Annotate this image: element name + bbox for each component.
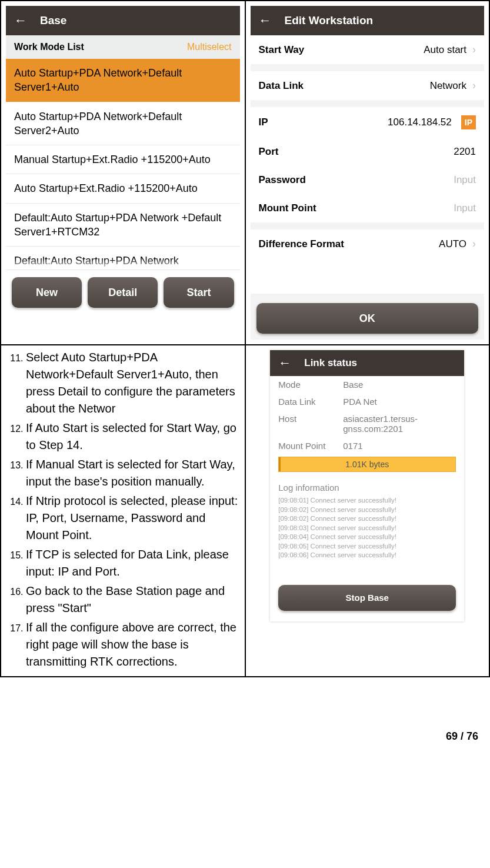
mode-item[interactable]: Default:Auto Startup+PDA Network +Defaul…	[6, 204, 240, 247]
progress-bar: 1.01K bytes	[278, 457, 456, 472]
multiselect-link[interactable]: Multiselect	[187, 42, 232, 52]
password-row[interactable]: Password Input	[251, 166, 485, 194]
detail-button[interactable]: Detail	[88, 277, 158, 308]
back-arrow-icon[interactable]: ←	[14, 13, 27, 28]
difference-format-row[interactable]: Difference Format AUTO›	[251, 230, 485, 258]
chevron-right-icon: ›	[472, 44, 476, 56]
ip-row[interactable]: IP 106.14.184.52 IP	[251, 107, 485, 138]
mode-item[interactable]: Default:Auto Startup+PDA Network	[6, 247, 240, 270]
instruction-item: If Auto Start is selected for Start Way,…	[26, 420, 241, 454]
link-status-title: Link status	[304, 357, 357, 369]
chevron-right-icon: ›	[472, 238, 476, 250]
instruction-item: Go back to the Base Station page and pre…	[26, 583, 241, 617]
new-button[interactable]: New	[12, 277, 82, 308]
mode-item[interactable]: Auto Startup+Ext.Radio +115200+Auto	[6, 174, 240, 203]
mount-point-row[interactable]: Mount Point Input	[251, 194, 485, 222]
kv-mount-point: Mount Point0171	[270, 437, 464, 454]
work-mode-subheader: Work Mode List Multiselect	[6, 35, 240, 59]
data-link-row[interactable]: Data Link Network›	[251, 71, 485, 100]
instruction-item: Select Auto Startup+PDA Network+Default …	[26, 349, 241, 417]
log-lines: [09:08:01] Connect server successfully! …	[270, 496, 464, 567]
ip-badge[interactable]: IP	[461, 115, 476, 129]
instruction-item: If TCP is selected for Data Link, please…	[26, 546, 241, 580]
kv-host: Hostasiacaster1.tersus-gnss.com:2201	[270, 410, 464, 437]
instructions-cell: Select Auto Startup+PDA Network+Default …	[1, 345, 245, 677]
port-row[interactable]: Port 2201	[251, 138, 485, 166]
base-button-row: New Detail Start	[6, 270, 240, 314]
link-status-header: ← Link status	[270, 350, 464, 376]
work-mode-list-label: Work Mode List	[14, 42, 84, 52]
edit-header-title: Edit Workstation	[285, 14, 374, 27]
base-screen-cell: ← Base Work Mode List Multiselect Auto S…	[1, 1, 245, 345]
kv-mode: ModeBase	[270, 376, 464, 393]
log-information-label: Log information	[270, 477, 464, 496]
mode-item[interactable]: Auto Startup+PDA Network+Default Server1…	[6, 59, 240, 102]
mode-item[interactable]: Manual Startup+Ext.Radio +115200+Auto	[6, 145, 240, 174]
link-status-cell: ← Link status ModeBase Data LinkPDA Net …	[245, 345, 490, 677]
instruction-item: If all the configure above are correct, …	[26, 619, 241, 670]
mode-item[interactable]: Auto Startup+PDA Network+Default Server2…	[6, 102, 240, 146]
instructions-list: Select Auto Startup+PDA Network+Default …	[5, 349, 241, 670]
back-arrow-icon[interactable]: ←	[278, 355, 291, 371]
base-header: ← Base	[6, 6, 240, 35]
start-button[interactable]: Start	[164, 277, 234, 308]
ok-button[interactable]: OK	[256, 303, 479, 334]
instruction-item: If Ntrip protocol is selected, please in…	[26, 493, 241, 544]
edit-header: ← Edit Workstation	[251, 6, 485, 35]
back-arrow-icon[interactable]: ←	[259, 13, 272, 28]
page-number: 69 / 76	[0, 677, 490, 754]
stop-base-button[interactable]: Stop Base	[278, 585, 456, 611]
chevron-right-icon: ›	[472, 79, 476, 92]
start-way-row[interactable]: Start Way Auto start›	[251, 35, 485, 64]
base-header-title: Base	[40, 14, 66, 27]
kv-data-link: Data LinkPDA Net	[270, 393, 464, 410]
edit-workstation-cell: ← Edit Workstation Start Way Auto start›…	[245, 1, 490, 345]
work-mode-list: Auto Startup+PDA Network+Default Server1…	[6, 59, 240, 270]
instruction-item: If Manual Start is selected for Start Wa…	[26, 456, 241, 490]
